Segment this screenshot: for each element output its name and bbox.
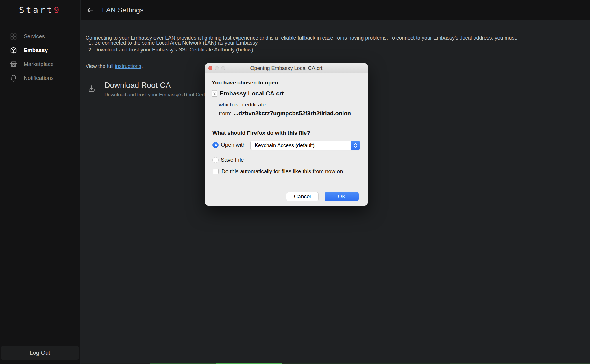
dialog-title: Opening Embassy Local CA.crt	[250, 65, 322, 71]
page-header: LAN Settings	[81, 0, 590, 20]
dialog-question: What should Firefox do with this file?	[212, 130, 310, 136]
do-automatically-label: Do this automatically for files like thi…	[221, 168, 345, 175]
sidebar-item-notifications[interactable]: Notifications	[0, 71, 80, 85]
view-full-line: View the full instructions.	[86, 63, 143, 69]
download-icon	[88, 84, 96, 93]
open-with-row: Open with	[212, 141, 246, 148]
file-open-dialog: Opening Embassy Local CA.crt You have ch…	[205, 63, 368, 206]
chosen-heading: You have chosen to open:	[212, 80, 280, 86]
progress-segment	[150, 363, 216, 364]
sidebar-item-services[interactable]: Services	[0, 29, 80, 43]
sidebar-item-label: Notifications	[24, 75, 54, 81]
save-file-row: Save File	[212, 156, 244, 163]
grid-icon	[10, 33, 17, 40]
from-row: from:...dzbvo2kcrz7ugmpcbs52f3rh2tlriad.…	[219, 110, 351, 117]
certificate-file-icon	[212, 90, 217, 97]
view-full-prefix: View the full	[86, 63, 115, 69]
cube-icon	[10, 47, 17, 54]
traffic-lights	[208, 63, 225, 73]
bell-icon	[10, 74, 17, 82]
zoom-window-button[interactable]	[221, 66, 225, 70]
from-label: from:	[219, 110, 231, 117]
sidebar-item-marketplace[interactable]: Marketplace	[0, 57, 80, 71]
step-item: Download and trust your Embassy's SSL Ce…	[94, 46, 259, 53]
do-automatically-row: Do this automatically for files like thi…	[213, 168, 345, 175]
file-name: Embassy Local CA.crt	[220, 90, 284, 97]
back-button[interactable]	[85, 5, 95, 15]
logo-accent: 9	[54, 5, 61, 15]
steps-list: Be connected to the same Local Area Netw…	[86, 39, 259, 53]
view-full-suffix: .	[141, 63, 143, 69]
sidebar-item-label: Services	[24, 33, 45, 40]
ok-button[interactable]: OK	[325, 192, 359, 201]
sidebar-nav: Services Embassy Marketplace Notificatio…	[0, 29, 80, 85]
progress-segment	[282, 363, 450, 364]
which-is-value: certificate	[242, 101, 266, 108]
dialog-body: You have chosen to open: Embassy Local C…	[205, 73, 368, 206]
from-value: ...dzbvo2kcrz7ugmpcbs52f3rh2tlriad.onion	[234, 110, 351, 117]
sidebar-footer: Log Out	[0, 343, 80, 360]
save-file-radio[interactable]	[212, 157, 219, 163]
sidebar: Start9 Services Embassy Marketplace	[0, 0, 80, 364]
open-with-select[interactable]: Keychain Access (default)	[250, 141, 360, 150]
open-with-selected-value: Keychain Access (default)	[255, 141, 315, 150]
sidebar-item-label: Embassy	[24, 47, 48, 53]
open-with-radio[interactable]	[212, 142, 219, 148]
close-window-button[interactable]	[208, 66, 212, 70]
open-with-label: Open with	[221, 142, 246, 148]
cancel-button[interactable]: Cancel	[286, 192, 319, 201]
logo-text: Start	[19, 5, 54, 15]
step-item: Be connected to the same Local Area Netw…	[94, 39, 259, 46]
select-stepper-icon	[351, 141, 360, 150]
download-progress-strip	[81, 363, 590, 364]
log-out-button[interactable]: Log Out	[1, 346, 79, 360]
dialog-titlebar[interactable]: Opening Embassy Local CA.crt	[205, 63, 368, 73]
instructions-link[interactable]: instructions	[115, 63, 141, 69]
sidebar-item-embassy[interactable]: Embassy	[0, 43, 80, 57]
which-is-label: which is:	[219, 101, 240, 108]
arrow-left-icon	[85, 6, 95, 14]
sidebar-item-label: Marketplace	[24, 61, 54, 67]
progress-segment	[216, 363, 282, 364]
do-automatically-checkbox[interactable]	[213, 169, 219, 174]
page-title: LAN Settings	[102, 6, 144, 14]
storefront-icon	[10, 60, 17, 68]
save-file-label: Save File	[221, 157, 244, 163]
start9-logo: Start9	[0, 0, 80, 20]
which-is-row: which is:certificate	[219, 101, 266, 108]
app-root: Start9 Services Embassy Marketplace	[0, 0, 590, 364]
minimize-window-button[interactable]	[215, 66, 219, 70]
file-row: Embassy Local CA.crt	[212, 90, 284, 97]
progress-segment	[450, 363, 590, 364]
